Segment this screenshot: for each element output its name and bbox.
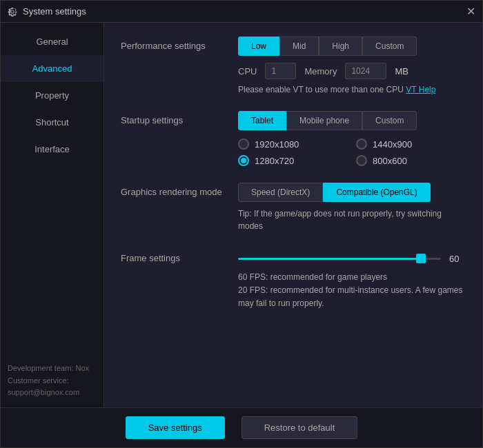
frame-content: 60 60 FPS: recommended for game players …	[238, 249, 466, 311]
sidebar-item-advanced[interactable]: Advanced	[1, 55, 103, 82]
vt-text: Please enable VT to use more than one CP…	[238, 85, 404, 94]
radio-1280	[238, 155, 249, 166]
startup-btn-custom[interactable]: Custom	[362, 111, 417, 130]
graphics-tip: Tip: If the game/app does not run proper…	[238, 207, 466, 232]
slider-fill	[238, 258, 421, 260]
startup-label: Startup settings	[121, 111, 238, 125]
customer-service-label: Customer service:	[8, 375, 97, 387]
vt-help-link[interactable]: VT Help	[406, 85, 435, 94]
title-bar: System settings ✕	[1, 1, 482, 23]
sidebar-item-general[interactable]: General	[1, 28, 103, 55]
resolution-1280[interactable]: 1280x720	[238, 155, 348, 166]
resolution-label-800: 800x600	[373, 156, 407, 166]
sidebar-bottom: Development team: Nox Customer service: …	[1, 354, 103, 407]
graphics-btn-group: Speed (DirectX) Compatible (OpenGL)	[238, 183, 466, 202]
graphics-label: Graphics rendering mode	[121, 183, 238, 197]
restore-default-button[interactable]: Restore to default	[241, 416, 358, 439]
startup-btn-group: Tablet Mobile phone Custom	[238, 111, 466, 130]
startup-btn-mobile[interactable]: Mobile phone	[286, 111, 362, 130]
slider-track	[238, 258, 441, 260]
memory-unit: MB	[395, 66, 408, 77]
fps-value: 60	[449, 254, 466, 264]
startup-btn-tablet[interactable]: Tablet	[238, 111, 286, 130]
resolution-1440[interactable]: 1440x900	[356, 139, 466, 150]
perf-btn-high[interactable]: High	[319, 37, 362, 56]
support-email: support@bignox.com	[8, 387, 97, 399]
radio-1920	[238, 139, 249, 150]
perf-btn-custom[interactable]: Custom	[362, 37, 417, 56]
resolution-label-1280: 1280x720	[255, 156, 294, 166]
resolution-label-1920: 1920x1080	[255, 139, 299, 150]
content-area: General Advanced Property Shortcut Inter…	[1, 23, 482, 407]
close-button[interactable]: ✕	[466, 6, 475, 17]
radio-1440	[356, 139, 367, 150]
cpu-mem-row: CPU Memory MB	[238, 63, 466, 79]
performance-section: Performance settings Low Mid High Custom…	[121, 37, 466, 94]
resolution-800[interactable]: 800x600	[356, 155, 466, 166]
sidebar-item-property[interactable]: Property	[1, 82, 103, 109]
graphics-btn-speed[interactable]: Speed (DirectX)	[238, 183, 323, 202]
cpu-label: CPU	[238, 66, 257, 77]
perf-btn-low[interactable]: Low	[238, 37, 279, 56]
slider-thumb	[416, 254, 426, 263]
resolution-grid: 1920x1080 1440x900 1280x720 800x600	[238, 139, 466, 166]
graphics-section: Graphics rendering mode Speed (DirectX) …	[121, 183, 466, 232]
fps-info-line2: 20 FPS: recommended for multi-instance u…	[238, 284, 466, 310]
slider-row: 60	[238, 252, 466, 265]
radio-800	[356, 155, 367, 166]
window-title: System settings	[23, 6, 86, 17]
graphics-btn-compatible[interactable]: Compatible (OpenGL)	[323, 183, 430, 202]
title-bar-left: System settings	[8, 6, 86, 17]
performance-btn-group: Low Mid High Custom	[238, 37, 466, 56]
sidebar-item-shortcut[interactable]: Shortcut	[1, 109, 103, 136]
fps-slider-container[interactable]	[238, 252, 441, 265]
save-settings-button[interactable]: Save settings	[126, 416, 225, 439]
vt-help-row: Please enable VT to use more than one CP…	[238, 85, 466, 94]
fps-info: 60 FPS: recommended for game players 20 …	[238, 271, 466, 311]
frame-label: Frame settings	[121, 249, 238, 263]
dev-team-label: Development team: Nox	[8, 363, 97, 375]
resolution-1920[interactable]: 1920x1080	[238, 139, 348, 150]
resolution-label-1440: 1440x900	[373, 139, 412, 150]
memory-label: Memory	[304, 66, 337, 77]
performance-content: Low Mid High Custom CPU Memory MB Please…	[238, 37, 466, 94]
frame-section: Frame settings 60 60 FPS: recommended fo…	[121, 249, 466, 311]
cpu-input[interactable]	[265, 63, 296, 79]
footer: Save settings Restore to default	[1, 407, 482, 447]
memory-input[interactable]	[345, 63, 386, 79]
sidebar-item-interface[interactable]: Interface	[1, 136, 103, 163]
startup-content: Tablet Mobile phone Custom 1920x1080 144…	[238, 111, 466, 166]
system-settings-window: System settings ✕ General Advanced Prope…	[0, 0, 483, 448]
main-panel: Performance settings Low Mid High Custom…	[104, 23, 482, 407]
gear-icon	[8, 6, 17, 17]
perf-btn-mid[interactable]: Mid	[279, 37, 319, 56]
performance-label: Performance settings	[121, 37, 238, 51]
graphics-content: Speed (DirectX) Compatible (OpenGL) Tip:…	[238, 183, 466, 232]
sidebar: General Advanced Property Shortcut Inter…	[1, 23, 104, 407]
startup-section: Startup settings Tablet Mobile phone Cus…	[121, 111, 466, 166]
fps-info-line1: 60 FPS: recommended for game players	[238, 271, 466, 284]
